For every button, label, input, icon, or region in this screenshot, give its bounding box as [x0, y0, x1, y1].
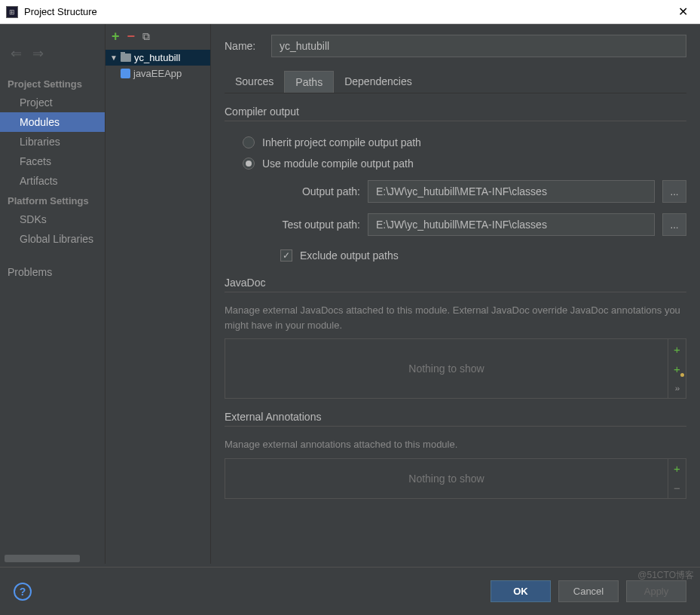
browse-output-button[interactable]: ... [662, 180, 686, 203]
annotations-description: Manage external annotations attached to … [225, 437, 686, 452]
annotations-empty-text: Nothing to show [225, 459, 668, 498]
window-title: Project Structure [24, 6, 671, 17]
radio-use-module-label: Use module compile output path [262, 158, 414, 170]
radio-inherit-row[interactable]: Inherit project compile output path [225, 132, 686, 153]
exclude-output-checkbox[interactable]: ✓ [280, 249, 292, 262]
close-icon[interactable]: ✕ [671, 5, 694, 19]
nav-modules[interactable]: Modules [0, 112, 105, 132]
annotations-add-icon[interactable]: + [668, 459, 686, 479]
annotations-header: External Annotations [225, 411, 686, 423]
nav-sdks[interactable]: SDKs [0, 210, 105, 229]
nav-libraries[interactable]: Libraries [0, 132, 105, 151]
javadoc-empty-text: Nothing to show [225, 339, 668, 398]
nav-forward-icon[interactable]: ⇒ [32, 45, 44, 62]
titlebar: ⊞ Project Structure ✕ [0, 0, 700, 24]
horizontal-scrollbar[interactable] [5, 555, 80, 562]
test-output-path-input[interactable] [368, 213, 655, 236]
section-platform-settings: Platform Settings [0, 191, 105, 210]
exclude-output-label: Exclude output paths [300, 249, 399, 262]
apply-button[interactable]: Apply [626, 580, 686, 602]
javadoc-add-url-icon[interactable]: + [668, 359, 686, 378]
cancel-button[interactable]: Cancel [558, 580, 619, 602]
javadoc-list: Nothing to show + + ›› [225, 338, 686, 399]
facet-label: javaEEApp [133, 68, 182, 79]
radio-use-module-row[interactable]: Use module compile output path [225, 153, 686, 174]
test-output-path-label: Test output path: [262, 219, 360, 231]
javadoc-header: JavaDoc [225, 277, 686, 289]
browse-test-output-button[interactable]: ... [662, 213, 686, 236]
nav-facets[interactable]: Facets [0, 151, 105, 171]
sidebar: ⇐ ⇒ Project Settings Project Modules Lib… [0, 24, 105, 564]
radio-inherit[interactable] [243, 136, 255, 148]
facet-icon [121, 69, 130, 78]
nav-artifacts[interactable]: Artifacts [0, 171, 105, 191]
module-name-label: yc_hutubill [134, 52, 180, 63]
add-module-icon[interactable]: + [112, 29, 120, 44]
section-project-settings: Project Settings [0, 74, 105, 93]
javadoc-more-icon[interactable]: ›› [668, 378, 686, 398]
watermark-text: @51CTO博客 [637, 569, 694, 582]
radio-inherit-label: Inherit project compile output path [262, 136, 421, 148]
expand-arrow-icon[interactable]: ▼ [110, 54, 118, 62]
nav-project[interactable]: Project [0, 93, 105, 112]
module-name-input[interactable] [271, 35, 686, 57]
copy-module-icon[interactable]: ⧉ [142, 30, 150, 43]
ok-button[interactable]: OK [491, 580, 551, 602]
help-button[interactable]: ? [14, 583, 32, 601]
dialog-footer: ? OK Cancel Apply [0, 567, 700, 615]
annotations-remove-icon[interactable]: − [668, 479, 686, 498]
nav-global-libraries[interactable]: Global Libraries [0, 229, 105, 249]
javadoc-add-icon[interactable]: + [668, 339, 686, 359]
folder-icon [121, 54, 131, 62]
app-icon: ⊞ [6, 6, 18, 18]
exclude-output-row[interactable]: ✓ Exclude output paths [225, 246, 686, 265]
remove-module-icon[interactable]: − [127, 29, 136, 44]
tab-sources[interactable]: Sources [225, 71, 284, 93]
module-list-panel: + − ⧉ ▼ yc_hutubill javaEEApp [105, 24, 211, 564]
annotations-list: Nothing to show + − [225, 458, 686, 499]
output-path-input[interactable] [368, 180, 655, 203]
radio-use-module[interactable] [243, 158, 255, 170]
name-label: Name: [225, 40, 261, 52]
tab-paths[interactable]: Paths [284, 71, 334, 93]
tab-dependencies[interactable]: Dependencies [334, 71, 423, 93]
tree-module-root[interactable]: ▼ yc_hutubill [105, 50, 210, 66]
nav-back-icon[interactable]: ⇐ [11, 45, 22, 62]
compiler-output-header: Compiler output [225, 106, 686, 118]
javadoc-description: Manage external JavaDocs attached to thi… [225, 303, 686, 332]
tree-module-child[interactable]: javaEEApp [105, 66, 210, 81]
content-panel: Name: Sources Paths Dependencies Compile… [211, 24, 700, 564]
output-path-label: Output path: [262, 185, 360, 197]
module-tabs: Sources Paths Dependencies [225, 71, 686, 93]
nav-problems[interactable]: Problems [0, 262, 105, 282]
